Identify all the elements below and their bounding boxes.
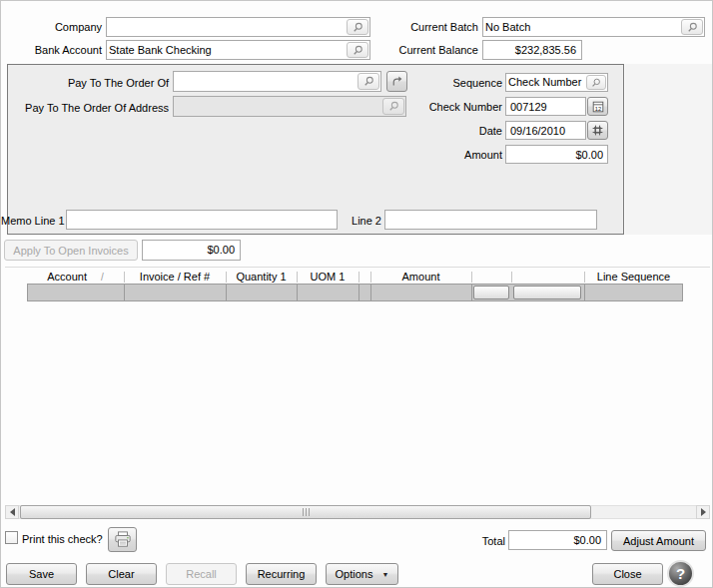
column-header-label: Amount: [402, 271, 440, 283]
sequence-label: Sequence: [380, 76, 502, 90]
cell-divider: [370, 285, 371, 300]
search-icon: [590, 77, 602, 89]
sort-indicator-icon: /: [101, 272, 104, 283]
check-number-input[interactable]: [505, 97, 586, 116]
apply-amount-value: $0.00: [142, 240, 241, 261]
scroll-left-button[interactable]: [5, 505, 19, 519]
print-check-checkbox[interactable]: [5, 531, 18, 544]
row-cell-button-large[interactable]: [513, 286, 581, 299]
search-icon: [686, 21, 699, 34]
cell-divider: [226, 285, 227, 300]
search-icon: [362, 75, 375, 88]
left-arrow-icon: [10, 508, 15, 516]
grid-empty-row[interactable]: [27, 284, 683, 301]
column-header-line-sequence[interactable]: Line Sequence: [584, 270, 683, 284]
date-label: Date: [380, 124, 502, 138]
company-input[interactable]: [109, 19, 344, 34]
memo-line2-input[interactable]: [384, 210, 597, 230]
column-header-invoice-ref[interactable]: Invoice / Ref #: [124, 270, 226, 284]
clear-button[interactable]: Clear: [86, 563, 157, 585]
svg-text:12: 12: [594, 105, 600, 111]
column-header-quantity1[interactable]: Quantity 1: [226, 270, 297, 284]
write-checks-window: Company Current Batch Bank Account Curre…: [0, 0, 713, 588]
recurring-button[interactable]: Recurring: [246, 563, 317, 585]
calendar-button[interactable]: [587, 121, 608, 140]
column-header-label: Line Sequence: [597, 271, 670, 283]
grid-top-border: [5, 267, 710, 268]
memo-line1-label: Memo Line 1: [1, 214, 63, 228]
thumb-grip-icon: [309, 508, 310, 516]
bank-account-input[interactable]: [109, 42, 344, 57]
pay-to-input[interactable]: [176, 74, 354, 89]
header-divider: [297, 272, 298, 283]
pay-to-label: Pay To The Order Of: [1, 76, 169, 90]
column-header-uom1[interactable]: UOM 1: [297, 270, 358, 284]
printer-icon: [114, 531, 132, 548]
column-header-account[interactable]: Account/: [27, 270, 124, 284]
panel-right-strip: [625, 64, 713, 235]
question-mark-icon: ?: [676, 565, 685, 582]
pay-to-field-wrap: [173, 71, 381, 92]
pay-to-address-label: Pay To The Order Of Address: [1, 101, 169, 115]
search-icon: [352, 44, 364, 57]
company-field-wrap: [106, 17, 370, 37]
header-divider: [471, 272, 472, 283]
chevron-down-icon: ▼: [381, 571, 388, 578]
horizontal-scrollbar-thumb[interactable]: [20, 505, 591, 519]
right-arrow-icon: [701, 508, 706, 516]
pay-to-lookup-button[interactable]: [357, 73, 379, 90]
header-divider: [584, 272, 585, 283]
column-header-label: UOM 1: [311, 271, 346, 283]
save-button[interactable]: Save: [6, 563, 77, 585]
help-button[interactable]: ?: [667, 560, 694, 587]
header-divider: [511, 272, 512, 283]
company-label: Company: [1, 20, 102, 34]
amount-input[interactable]: [505, 145, 608, 164]
date-input[interactable]: [505, 121, 586, 140]
thumb-grip-icon: [303, 508, 304, 516]
column-header-amount[interactable]: Amount: [370, 270, 471, 284]
header-divider: [124, 272, 125, 283]
header-divider: [358, 272, 359, 283]
bank-account-label: Bank Account: [1, 43, 102, 57]
row-cell-button-small[interactable]: [473, 286, 509, 299]
calendar-icon: [591, 124, 604, 137]
column-header-label: Quantity 1: [236, 271, 286, 283]
column-header-label: Account: [47, 271, 87, 283]
column-header-label: Invoice / Ref #: [140, 271, 210, 283]
amount-label: Amount: [380, 148, 502, 162]
apply-to-open-invoices-button[interactable]: Apply To Open Invoices: [4, 240, 138, 261]
cell-divider: [471, 285, 472, 300]
thumb-grip-icon: [306, 508, 307, 516]
options-button[interactable]: Options ▼: [326, 563, 398, 585]
current-batch-lookup-button[interactable]: [681, 19, 703, 35]
current-batch-input[interactable]: [485, 19, 675, 34]
cell-divider: [358, 285, 359, 300]
current-batch-field-wrap: [482, 17, 705, 37]
bank-account-lookup-button[interactable]: [347, 42, 368, 58]
header-divider: [370, 272, 371, 283]
current-balance-label: Current Balance: [375, 43, 478, 57]
print-check-label: Print this check?: [22, 532, 112, 546]
total-value: $0.00: [508, 530, 607, 550]
auto-number-icon: 12: [591, 100, 605, 114]
total-label: Total: [445, 534, 505, 548]
memo-line2-label: Line 2: [331, 214, 381, 228]
scroll-right-button[interactable]: [696, 505, 710, 519]
print-button[interactable]: [108, 527, 137, 552]
current-batch-label: Current Batch: [375, 20, 478, 34]
header-divider: [226, 272, 227, 283]
company-lookup-button[interactable]: [347, 19, 368, 35]
bank-account-field-wrap: [106, 40, 370, 60]
current-balance-value: $232,835.56: [482, 40, 582, 60]
cell-divider: [584, 285, 585, 300]
check-number-label: Check Number: [380, 100, 502, 114]
memo-line1-input[interactable]: [66, 210, 338, 230]
sequence-lookup-button[interactable]: [586, 75, 606, 90]
recall-button[interactable]: Recall: [166, 563, 237, 585]
cell-divider: [124, 285, 125, 300]
sequence-input[interactable]: [508, 75, 583, 89]
adjust-amount-button[interactable]: Adjust Amount: [611, 530, 706, 551]
close-button[interactable]: Close: [592, 563, 663, 585]
auto-number-button[interactable]: 12: [587, 97, 608, 116]
